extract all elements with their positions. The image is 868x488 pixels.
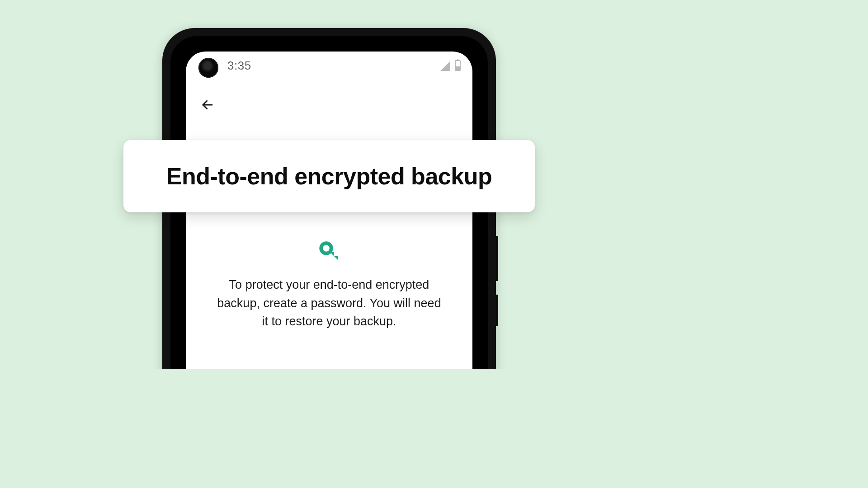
title-callout-card: End-to-end encrypted backup bbox=[123, 140, 535, 212]
page-title: End-to-end encrypted backup bbox=[142, 163, 517, 190]
key-icon bbox=[317, 239, 341, 265]
body-copy: To protect your end-to-end encrypted bac… bbox=[213, 276, 445, 331]
arrow-left-icon bbox=[201, 98, 214, 112]
phone-side-button bbox=[496, 236, 498, 281]
back-button[interactable] bbox=[198, 95, 217, 115]
battery-icon bbox=[455, 60, 461, 71]
status-bar: 3:35 bbox=[186, 52, 472, 80]
cellular-signal-icon bbox=[440, 61, 450, 71]
phone-side-button bbox=[496, 295, 498, 326]
status-clock: 3:35 bbox=[227, 59, 251, 73]
